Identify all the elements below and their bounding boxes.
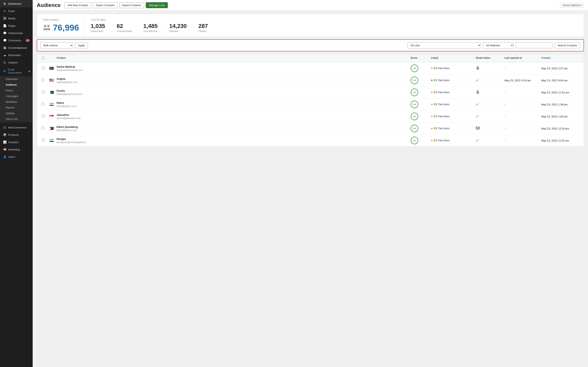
sidebar-item-analytics[interactable]: 📊 Analytics bbox=[0, 138, 33, 146]
sidebar-item-products[interactable]: 📦 Products bbox=[0, 131, 33, 138]
td-list: ES Trial Users bbox=[429, 89, 474, 96]
select-all-checkbox[interactable] bbox=[42, 57, 44, 59]
all-lists-select[interactable]: All Lists bbox=[407, 42, 481, 49]
search-contacts-button[interactable]: Search Contacts bbox=[554, 42, 580, 48]
td-checkbox bbox=[40, 101, 48, 108]
sidebar-item-label: Analytics bbox=[8, 141, 19, 144]
td-score: 4.0 bbox=[409, 123, 429, 134]
sidebar-item-marketing[interactable]: 📢 Marketing bbox=[0, 146, 33, 153]
comments-badge: 19 bbox=[26, 39, 30, 42]
td-score: 4.0 bbox=[409, 62, 429, 74]
td-checkbox bbox=[40, 65, 48, 72]
td-contact: Angela angela@gmail.com Edit | Delete | … bbox=[55, 75, 409, 86]
td-email-status bbox=[474, 64, 503, 73]
td-list: ES Trial Users bbox=[429, 101, 474, 108]
sidebar-item-media[interactable]: 🖼 Media bbox=[0, 15, 33, 22]
sub-item-label: Settings bbox=[6, 112, 15, 115]
screen-options-button[interactable]: Screen Options ▾ bbox=[560, 3, 584, 8]
td-contact: Norppa wordpress@vortexglobal.in Edit | … bbox=[55, 135, 409, 146]
import-contacts-button[interactable]: Import Contacts bbox=[93, 2, 118, 8]
pages-icon: 📄 bbox=[3, 24, 7, 27]
svg-point-3 bbox=[46, 28, 51, 30]
sidebar-item-pages[interactable]: 📄 Pages bbox=[0, 22, 33, 29]
row-checkbox[interactable] bbox=[42, 139, 44, 142]
row-checkbox[interactable] bbox=[42, 115, 44, 117]
sidebar-item-woocommerce[interactable]: 🛒 WooCommerce bbox=[0, 124, 33, 131]
sidebar-item-testimonials[interactable]: 💬 Testimonials bbox=[0, 29, 33, 37]
sidebar-sub-item-es-forms[interactable]: Forms bbox=[0, 88, 33, 93]
td-list: ES Trial Users bbox=[429, 113, 474, 120]
export-contacts-button[interactable]: Export Contacts bbox=[119, 2, 144, 8]
total-contacts-value: 76,996 bbox=[43, 23, 79, 33]
top-actions: Audience Add New Contact Import Contacts… bbox=[37, 2, 558, 8]
sidebar-sub-item-es-reports[interactable]: Reports bbox=[0, 105, 33, 110]
table-row: 🇮🇳 Norppa wordpress@vortexglobal.in Edit… bbox=[37, 134, 584, 146]
sidebar-item-posts[interactable]: ✎ Posts bbox=[0, 7, 33, 15]
list-entry: ES Trial Users bbox=[431, 115, 473, 118]
apply-button[interactable]: Apply bbox=[75, 42, 88, 48]
sidebar-item-icegram[interactable]: ◎ Icegram bbox=[0, 59, 33, 66]
list-entry: ES Trial Users bbox=[431, 139, 473, 142]
sidebar-sub-item-es-settings[interactable]: Settings bbox=[0, 110, 33, 116]
sidebar-item-label: Media bbox=[8, 17, 15, 20]
list-status-dot bbox=[431, 140, 433, 141]
contacts-group-icon bbox=[43, 24, 51, 32]
sidebar: ⊞ Dashboard ✎ Posts 🖼 Media 📄 Pages 💬 Te… bbox=[0, 0, 33, 367]
checkmark-icon: ✓ bbox=[476, 138, 479, 142]
sidebar-item-label: Pages bbox=[8, 24, 16, 27]
row-checkbox[interactable] bbox=[42, 91, 44, 93]
sidebar-sub-item-es-audience[interactable]: Audience bbox=[0, 82, 33, 88]
sidebar-sub-item-es-workflows[interactable]: Workflows bbox=[0, 99, 33, 105]
list-entry: ES Trial Users bbox=[431, 79, 473, 82]
country-flag-icon: 🇺🇸 bbox=[49, 78, 54, 82]
td-checkbox bbox=[40, 89, 48, 96]
row-checkbox[interactable] bbox=[42, 103, 44, 105]
row-checkbox[interactable] bbox=[42, 127, 44, 129]
contact-email: admin@jaksaslot.com bbox=[57, 117, 407, 120]
sidebar-item-email-subscribers[interactable]: ✉ Email Subscribers ◀ bbox=[0, 66, 33, 76]
search-input[interactable] bbox=[516, 42, 553, 48]
bulk-actions-select[interactable]: Bulk actions Delete bbox=[40, 42, 73, 49]
sidebar-item-label: Dashboard bbox=[8, 2, 21, 5]
rainmaker-icon: ☁ bbox=[3, 53, 7, 57]
td-checkbox bbox=[40, 77, 48, 84]
all-statuses-select[interactable]: All Statuses Subscribed Unsubscribed Unc… bbox=[483, 42, 514, 49]
td-flag: 🇺🇸 bbox=[48, 76, 55, 84]
td-list: ES Trial Users bbox=[429, 125, 474, 132]
td-flag: 🇮🇳 bbox=[48, 137, 55, 144]
products-icon: 📦 bbox=[3, 133, 7, 136]
sidebar-item-label: WooCommerce bbox=[8, 126, 26, 129]
sidebar-item-rainmaker[interactable]: ☁ Rainmaker bbox=[0, 51, 33, 59]
row-checkbox[interactable] bbox=[42, 67, 44, 69]
sub-item-label: Audience bbox=[6, 83, 17, 86]
sidebar-sub-item-es-campaigns[interactable]: Campaigns bbox=[0, 93, 33, 99]
svg-point-1 bbox=[47, 25, 50, 27]
stat-opened: 14,230 Opened bbox=[169, 23, 193, 33]
td-checkbox bbox=[40, 113, 48, 120]
stats-area: Total contacts 76,996 Last 60 days 1,035 bbox=[37, 14, 584, 37]
contact-name: Norppa bbox=[57, 137, 407, 141]
add-new-contact-button[interactable]: Add New Contact bbox=[64, 2, 91, 8]
media-icon: 🖼 bbox=[3, 17, 7, 20]
td-created: May 23, 2022 11:54 am bbox=[540, 89, 580, 96]
svg-point-0 bbox=[44, 25, 46, 27]
contact-email: wordpress@vortexglobal.in bbox=[57, 141, 407, 144]
contact-name: Elbert Queddeng bbox=[57, 125, 407, 128]
knowledgebase-icon: 📚 bbox=[3, 46, 7, 49]
td-flag: 🇸🇬 bbox=[48, 113, 55, 120]
sidebar-item-knowledgebase[interactable]: 📚 Knowledgebase bbox=[0, 44, 33, 51]
th-created[interactable]: Created bbox=[540, 54, 580, 62]
td-contact: Fivefix fivefix@protonmail.com Edit | De… bbox=[55, 87, 409, 98]
sidebar-item-dashboard[interactable]: ⊞ Dashboard bbox=[0, 0, 33, 7]
sidebar-item-label: Email Subscribers bbox=[8, 68, 26, 74]
th-email-status: Email status bbox=[474, 54, 503, 62]
sidebar-sub-item-es-dashboard[interactable]: Dashboard bbox=[0, 76, 33, 82]
contacts-table: Contact Score List(s) Email status Last … bbox=[37, 54, 584, 147]
sub-item-label: Help & Info bbox=[6, 118, 18, 120]
sidebar-item-comments[interactable]: 💭 Comments 19 bbox=[0, 37, 33, 44]
row-checkbox[interactable] bbox=[42, 79, 44, 81]
td-contact: Elbert Queddeng elbert@yahoo.com Edit | … bbox=[55, 123, 409, 134]
sidebar-sub-item-es-help[interactable]: Help & Info bbox=[0, 116, 33, 122]
manage-lists-button[interactable]: Manage Lists bbox=[146, 2, 168, 8]
sidebar-item-users[interactable]: 👤 Users bbox=[0, 153, 33, 160]
